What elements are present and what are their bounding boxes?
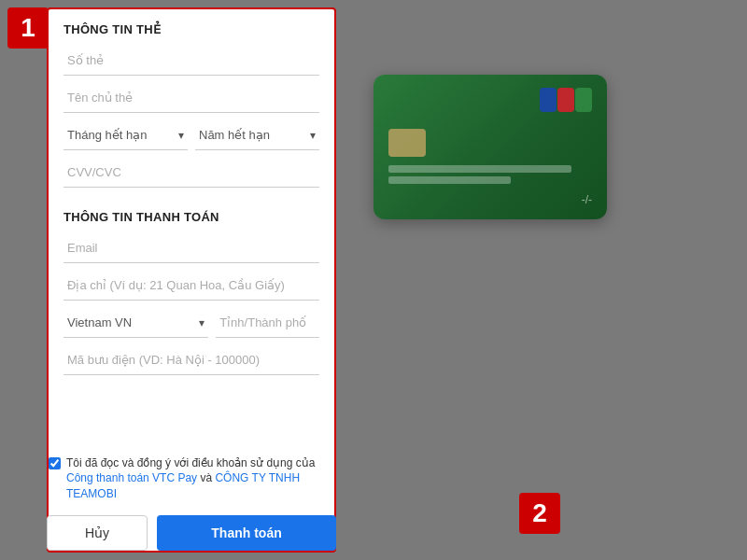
month-select[interactable]: Tháng hết hạn 010203 040506 070809 10111…	[63, 120, 188, 149]
email-input[interactable]	[63, 233, 319, 263]
month-select-wrap: Tháng hết hạn 010203 040506 070809 10111…	[63, 120, 188, 150]
city-input[interactable]	[216, 308, 319, 337]
vtc-pay-link[interactable]: Công thanh toán VTC Pay	[66, 471, 197, 484]
card-number-input[interactable]	[63, 46, 319, 76]
bottom-actions: Tôi đã đọc và đồng ý với điều khoản sử d…	[47, 455, 336, 551]
country-select-wrap: Vietnam VN United States US Japan JP Kor…	[63, 308, 208, 338]
terms-checkbox[interactable]	[49, 457, 61, 469]
card-chip	[388, 129, 426, 157]
pay-button[interactable]: Thanh toán	[157, 515, 336, 551]
step-2-badge: 2	[519, 493, 560, 534]
cancel-button[interactable]: Hủy	[47, 515, 148, 551]
year-select[interactable]: Năm hết hạn 202420252026 202720282029 20…	[195, 120, 319, 149]
step-1-badge: 1	[7, 7, 49, 49]
card-holder-input[interactable]	[63, 83, 319, 113]
payment-info-title: THÔNG TIN THANH TOÁN	[63, 210, 319, 224]
address-input[interactable]	[63, 271, 319, 301]
jcb-logo	[540, 88, 592, 112]
year-select-wrap: Năm hết hạn 202420252026 202720282029 20…	[195, 120, 319, 150]
card-info-title: THÔNG TIN THẺ	[63, 22, 319, 36]
card-expiry: -/-	[388, 193, 592, 206]
postal-input[interactable]	[63, 345, 319, 375]
country-select[interactable]: Vietnam VN United States US Japan JP Kor…	[63, 308, 208, 337]
credit-card-visual: -/-	[374, 75, 607, 219]
buttons-row: Hủy Thanh toán	[47, 515, 336, 551]
cvv-input[interactable]	[63, 158, 319, 188]
terms-row: Tôi đã đọc và đồng ý với điều khoản sử d…	[47, 455, 336, 502]
card-number-lines	[388, 165, 592, 184]
terms-text: Tôi đã đọc và đồng ý với điều khoản sử d…	[66, 455, 334, 502]
